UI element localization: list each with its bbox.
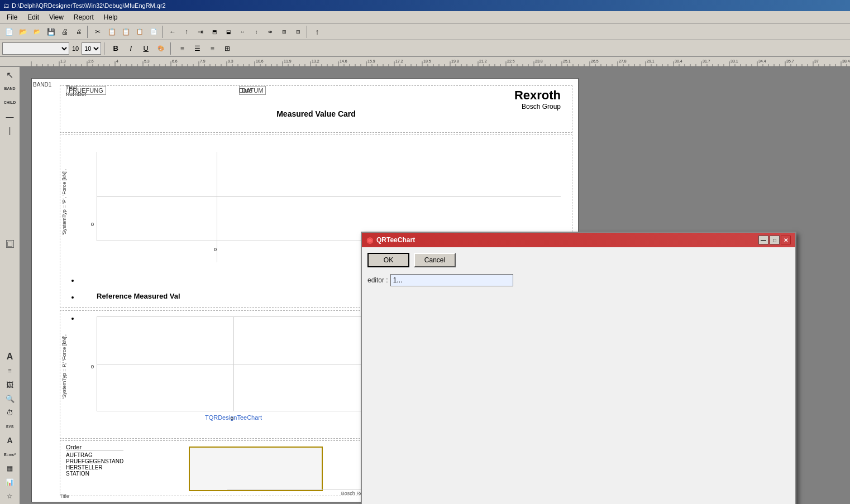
underline-button[interactable]: U: [139, 42, 152, 55]
title-bar: 🗂 D:\Delphi\QRDesignerTest\Win32\Debug\M…: [0, 0, 850, 11]
italic-button[interactable]: I: [124, 42, 137, 55]
svg-text:14.6: 14.6: [340, 59, 347, 63]
svg-text:26.5: 26.5: [591, 59, 599, 63]
sysvar-tool-button[interactable]: SYS: [2, 420, 18, 433]
align3-button[interactable]: ↔: [236, 26, 249, 38]
svg-text:35.7: 35.7: [786, 59, 794, 63]
child-tool-button[interactable]: CHILD: [2, 96, 18, 109]
svg-text:10.6: 10.6: [256, 59, 264, 63]
dialog-icon: ◉: [366, 236, 373, 244]
menu-help[interactable]: Help: [99, 12, 122, 22]
align2-button[interactable]: ⬓: [222, 26, 235, 38]
dialog-title-text: QRTeeChart: [376, 236, 415, 244]
dialog-titlebar: ◉ QRTeeChart — □ ✕: [362, 233, 795, 247]
svg-text:29.1: 29.1: [647, 59, 655, 63]
new-button[interactable]: 📄: [2, 26, 16, 38]
hline-tool-button[interactable]: —: [2, 110, 18, 123]
svg-text:34.4: 34.4: [758, 59, 766, 63]
canvas-area: BAND1 Test number PRUEFUNG Date DATUM Re…: [20, 67, 850, 504]
paste2-button[interactable]: 📋: [133, 26, 146, 38]
copy-button[interactable]: 📋: [105, 26, 118, 38]
svg-text:31.7: 31.7: [703, 59, 710, 63]
svg-text:18.5: 18.5: [423, 59, 431, 63]
align6-button[interactable]: ⊞: [278, 26, 291, 38]
align-center-button[interactable]: ☰: [190, 42, 204, 55]
main-layout: ↖ BAND CHILD — | □ A ≡ 🖼 🔍 ⏱ SYS A E=mc²…: [0, 67, 850, 504]
font-size-label: 10: [72, 45, 79, 52]
left-toolbar: ↖ BAND CHILD — | □ A ≡ 🖼 🔍 ⏱ SYS A E=mc²…: [0, 67, 20, 504]
vline-tool-button[interactable]: |: [2, 124, 18, 137]
ruler-svg: // inline ruler marks via JS below 1.32.…: [0, 57, 850, 67]
subreport-tool-button[interactable]: 🔍: [2, 392, 18, 405]
svg-text:13.2: 13.2: [312, 59, 319, 63]
dialog-minimize-button[interactable]: —: [758, 236, 768, 244]
dialog-title-group: ◉ QRTeeChart: [366, 236, 415, 244]
cut-button[interactable]: ✂: [91, 26, 104, 38]
dialog-overlay: ◉ QRTeeChart — □ ✕ OK Cancel: [20, 67, 850, 504]
menu-report[interactable]: Report: [69, 12, 98, 22]
save-button[interactable]: 💾: [44, 26, 58, 38]
qrteechart-dialog: ◉ QRTeeChart — □ ✕ OK Cancel: [361, 232, 796, 504]
menu-file[interactable]: File: [2, 12, 22, 22]
richtext-tool-button[interactable]: A: [2, 434, 18, 447]
paste3-button[interactable]: 📄: [147, 26, 160, 38]
font-name-select[interactable]: [2, 42, 69, 55]
dialog-cancel-button[interactable]: Cancel: [414, 253, 456, 267]
align7-button[interactable]: ⊟: [292, 26, 305, 38]
align-left-button[interactable]: ≡: [175, 42, 189, 55]
bold-button[interactable]: B: [109, 42, 122, 55]
shape-tool-button[interactable]: □: [6, 240, 14, 248]
align4-button[interactable]: ↕: [250, 26, 263, 38]
editor-input[interactable]: [390, 274, 513, 286]
image-tool-button[interactable]: 🖼: [2, 378, 18, 391]
align1-button[interactable]: ⬒: [208, 26, 221, 38]
clock-tool-button[interactable]: ⏱: [2, 406, 18, 419]
sep1: [87, 26, 89, 38]
expression-tool-button[interactable]: E=mc²: [2, 448, 18, 461]
crosstab-tool-button[interactable]: ▦: [2, 462, 18, 475]
svg-text:37: 37: [814, 59, 819, 63]
svg-text:23.8: 23.8: [535, 59, 543, 63]
font-size-select[interactable]: 10: [82, 42, 101, 55]
dialog-ok-button[interactable]: OK: [367, 253, 409, 267]
print2-button[interactable]: 🖨: [72, 26, 85, 38]
svg-text:6.6: 6.6: [172, 59, 178, 63]
svg-text:5.3: 5.3: [144, 59, 150, 63]
arrow3-button[interactable]: ⇥: [194, 26, 207, 38]
sep3: [307, 26, 309, 38]
band-tool-button[interactable]: BAND: [2, 82, 18, 95]
svg-text:11.9: 11.9: [284, 59, 292, 63]
open2-button[interactable]: 📂: [30, 26, 44, 38]
ruler: // inline ruler marks via JS below 1.32.…: [0, 57, 850, 67]
align5-button[interactable]: ⇼: [264, 26, 277, 38]
main-toolbar: 📄 📂 📂 💾 🖨 🖨 ✂ 📋 📋 📋 📄 ← ↑ ⇥ ⬒ ⬓ ↔ ↕ ⇼ ⊞ …: [0, 23, 850, 40]
memo-tool-button[interactable]: ≡: [2, 364, 18, 377]
menu-bar: File Edit View Report Help: [0, 11, 850, 23]
dialog-close-button[interactable]: ✕: [781, 236, 791, 244]
arrow2-button[interactable]: ↑: [180, 26, 193, 38]
menu-edit[interactable]: Edit: [23, 12, 44, 22]
svg-text:7.9: 7.9: [200, 59, 206, 63]
extra-tool-button[interactable]: ☆: [2, 489, 18, 503]
app-icon: 🗂: [3, 2, 9, 9]
grid-button[interactable]: ⊞: [221, 42, 234, 55]
svg-text:38.4: 38.4: [842, 59, 850, 63]
open-button[interactable]: 📂: [16, 26, 30, 38]
svg-text:15.9: 15.9: [367, 59, 375, 63]
special-button[interactable]: ↑: [311, 26, 324, 38]
svg-text:4: 4: [116, 59, 118, 63]
text-tool-button[interactable]: A: [2, 350, 18, 363]
align-right-button[interactable]: ≡: [206, 42, 219, 55]
svg-text:19.8: 19.8: [451, 59, 459, 63]
svg-text:25.1: 25.1: [563, 59, 571, 63]
select-tool-button[interactable]: ↖: [2, 68, 18, 81]
dialog-maximize-button[interactable]: □: [770, 236, 780, 244]
sep2: [162, 26, 164, 38]
paste-button[interactable]: 📋: [119, 26, 132, 38]
chart-tool-button[interactable]: 📊: [2, 476, 18, 489]
title-text: D:\Delphi\QRDesignerTest\Win32\Debug\Mfu…: [12, 2, 166, 9]
arrow1-button[interactable]: ←: [166, 26, 179, 38]
color-button[interactable]: 🎨: [154, 42, 168, 55]
print-button[interactable]: 🖨: [58, 26, 71, 38]
menu-view[interactable]: View: [45, 12, 68, 22]
